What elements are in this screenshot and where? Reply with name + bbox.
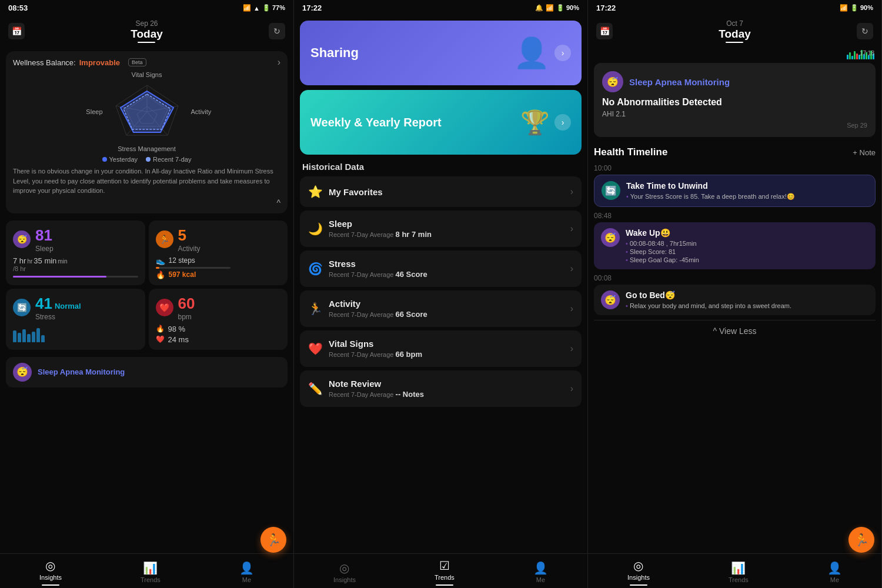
nav-insights-label-3: Insights bbox=[627, 574, 650, 581]
time-1: 08:53 bbox=[8, 4, 28, 12]
weekly-title: Weekly & Yearly Report bbox=[310, 116, 442, 129]
notes-hist-sub-label: Recent 7-Day Average bbox=[329, 391, 393, 398]
sa-small-icon: 😴 bbox=[13, 363, 32, 382]
date-label-3: Oct 7 bbox=[719, 19, 751, 28]
legend-dot-yesterday bbox=[102, 157, 107, 162]
vitals-hist-sub: Recent 7-Day Average 66 bpm bbox=[329, 350, 422, 359]
status-icons-1: 📶 ▲ 🔋 77% bbox=[243, 4, 285, 12]
stress-bar-3 bbox=[22, 329, 26, 342]
panel2-scroll: Sharing 👤 › Weekly & Yearly Report 🏆 › H… bbox=[294, 16, 587, 553]
panel-3: 17:22 📶 🔋 90% 📅 Oct 7 Today ↻ 17:18 bbox=[588, 0, 882, 588]
tl-unwind-icon: 🔄 bbox=[602, 181, 620, 200]
activity-hist-icon: 🏃 bbox=[308, 302, 323, 316]
float-action-button-1[interactable]: 🏃 bbox=[260, 527, 286, 553]
sleep-apnea-card: 😴 Sleep Apnea Monitoring No Abnormalitie… bbox=[594, 63, 876, 137]
hist-item-notes[interactable]: ✏️ Note Review Recent 7-Day Average -- N… bbox=[300, 370, 582, 407]
wellness-status: Improvable bbox=[79, 58, 120, 67]
add-note-button[interactable]: + Note bbox=[853, 148, 876, 157]
tl-event-sleep-header: 😴 Go to Bed😴 Relax your body and mind, a… bbox=[601, 290, 868, 309]
nav-trends-1[interactable]: 📊 Trends bbox=[141, 561, 161, 583]
trends-icon-3: 📊 bbox=[731, 561, 746, 575]
nav-me-3[interactable]: 👤 Me bbox=[827, 561, 842, 583]
steps-progress-bar bbox=[156, 267, 231, 269]
tl-sleep-dot-1: Relax your body and mind, and step into … bbox=[626, 302, 791, 309]
sleep-arrow-icon: › bbox=[570, 223, 573, 234]
nav-me-label-2: Me bbox=[536, 576, 545, 583]
sleep-timeline-end: 17:18 bbox=[860, 50, 874, 56]
nav-me-2[interactable]: 👤 Me bbox=[533, 561, 548, 583]
sharing-title: Sharing bbox=[310, 45, 359, 61]
insights-icon-3: ◎ bbox=[633, 559, 643, 573]
legend-recent-label: Recent 7-day bbox=[153, 156, 191, 163]
status-icons-2: 🔔 📶 🔋 90% bbox=[535, 4, 579, 12]
bottom-nav-1: ◎ Insights 📊 Trends 👤 Me bbox=[0, 553, 293, 588]
hrv-value: 24 ms bbox=[168, 335, 189, 344]
status-icons-3: 📶 🔋 90% bbox=[840, 4, 873, 12]
weekly-arrow-icon[interactable]: › bbox=[554, 114, 571, 131]
signal-icon: ▲ bbox=[253, 5, 260, 12]
vitals-arrow-icon: › bbox=[570, 343, 573, 354]
hr-label: bpm bbox=[178, 313, 195, 321]
weekly-banner[interactable]: Weekly & Yearly Report 🏆 › bbox=[300, 90, 582, 155]
hist-item-sleep[interactable]: 🌙 Sleep Recent 7-Day Average 8 hr 7 min … bbox=[300, 211, 582, 247]
sa-date: Sep 29 bbox=[602, 122, 867, 129]
radar-svg bbox=[109, 79, 185, 144]
stress-bar-5 bbox=[32, 332, 35, 342]
vitals-hist-sub-label: Recent 7-Day Average bbox=[329, 351, 393, 358]
view-less-button[interactable]: ^ View Less bbox=[594, 320, 876, 342]
sharing-arrow-icon[interactable]: › bbox=[554, 45, 571, 61]
nav-insights-1[interactable]: ◎ Insights bbox=[39, 559, 62, 586]
add-note-label: + Note bbox=[853, 148, 876, 157]
time-label-1000: 10:00 bbox=[594, 164, 876, 172]
float-action-button-3[interactable]: 🏃 bbox=[848, 527, 874, 553]
sharing-banner[interactable]: Sharing 👤 › bbox=[300, 21, 582, 85]
sa-header: 😴 Sleep Apnea Monitoring bbox=[602, 71, 867, 92]
stress-hist-sub: Recent 7-Day Average 46 Score bbox=[329, 270, 427, 279]
nav-trends-3[interactable]: 📊 Trends bbox=[729, 561, 749, 583]
wifi-icon-2: 📶 bbox=[546, 4, 554, 12]
nav-trends-2[interactable]: ☑ Trends bbox=[435, 559, 455, 586]
metrics-grid: 😴 81 Sleep 7 hr hr 35 min min /8 hr 🏃 bbox=[6, 220, 288, 350]
wifi-icon: 📶 bbox=[243, 4, 251, 12]
sleep-hist-name: Sleep bbox=[329, 219, 432, 229]
chevron-right-icon[interactable]: › bbox=[278, 57, 280, 68]
trends-icon-1: 📊 bbox=[143, 561, 158, 575]
vitals-hist-value: 66 bpm bbox=[396, 350, 423, 359]
nav-insights-2[interactable]: ◎ Insights bbox=[333, 561, 356, 583]
hr-value: 60 bbox=[178, 295, 195, 313]
favorites-name: My Favorites bbox=[329, 187, 383, 197]
tl-unwind-title: Take Time to Unwind bbox=[626, 181, 795, 191]
steps-icon: 👟 bbox=[156, 256, 165, 265]
sleep-min: 35 min bbox=[34, 256, 56, 265]
hist-item-stress[interactable]: 🌀 Stress Recent 7-Day Average 46 Score › bbox=[300, 250, 582, 287]
nav-me-1[interactable]: 👤 Me bbox=[239, 561, 254, 583]
sleep-metric-header: 😴 81 Sleep bbox=[13, 226, 138, 253]
tl-unwind-dot-1: Your Stress Score is 85. Take a deep bre… bbox=[626, 193, 795, 201]
nav-trends-label-3: Trends bbox=[729, 576, 749, 583]
kcal-icon: 🔥 bbox=[156, 270, 165, 279]
hist-item-favorites[interactable]: ⭐ My Favorites › bbox=[300, 176, 582, 207]
sleep-apnea-small-card: 😴 Sleep Apnea Monitoring bbox=[6, 357, 288, 387]
tl-wakeup-dot-3: Sleep Goal Gap: -45min bbox=[626, 256, 699, 263]
hist-sleep-left: 🌙 Sleep Recent 7-Day Average 8 hr 7 min bbox=[308, 219, 432, 239]
stress-bar-6 bbox=[36, 328, 40, 342]
hist-item-vitals[interactable]: ❤️ Vital Signs Recent 7-Day Average 66 b… bbox=[300, 330, 582, 367]
stress-bar-7 bbox=[41, 335, 45, 342]
page-title-3: Today bbox=[719, 28, 751, 41]
sleep-icon: 😴 bbox=[13, 230, 31, 248]
stress-hist-icon: 🌀 bbox=[308, 262, 323, 276]
hist-item-activity[interactable]: 🏃 Activity Recent 7-Day Average 66 Score… bbox=[300, 290, 582, 327]
refresh-icon-3[interactable]: ↻ bbox=[857, 23, 873, 39]
sleep-progress-bar bbox=[13, 276, 138, 278]
notes-hist-value: -- Notes bbox=[396, 390, 424, 399]
active-indicator-1 bbox=[42, 584, 59, 586]
beta-badge: Beta bbox=[128, 58, 146, 66]
calendar-icon[interactable]: 📅 bbox=[8, 23, 25, 39]
steps-value: 12 steps bbox=[169, 256, 195, 265]
collapse-icon[interactable]: ^ bbox=[13, 198, 280, 208]
refresh-icon[interactable]: ↻ bbox=[269, 23, 285, 39]
calendar-icon-3[interactable]: 📅 bbox=[596, 23, 613, 39]
notifications-icon-2: 🔔 bbox=[535, 4, 543, 12]
date-label-1: Sep 26 bbox=[131, 19, 163, 28]
nav-insights-3[interactable]: ◎ Insights bbox=[627, 559, 650, 586]
